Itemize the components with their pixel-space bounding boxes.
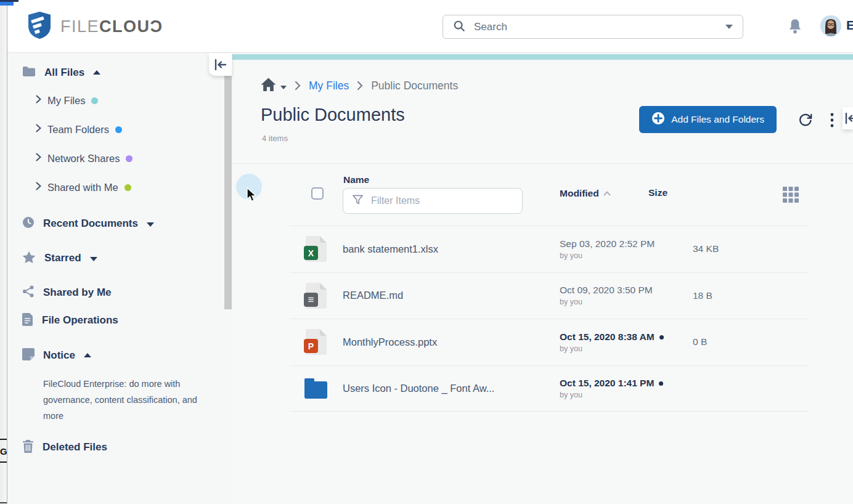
clock-icon [22,216,35,231]
sidebar-item-label: Recent Documents [43,217,138,230]
sidebar-item-label: File Operations [42,314,118,327]
share-icon [22,285,35,300]
sidebar-item-file-operations[interactable]: File Operations [7,312,222,329]
edge-line [0,461,7,463]
modified-header-label: Modified [560,188,599,199]
sidebar-item-starred[interactable]: Starred [7,250,222,267]
file-modified: Sep 03, 2020 2:52 PM [560,238,693,250]
sidebar-item-team-folders[interactable]: Team Folders [7,121,222,137]
sidebar-item-label: Network Shares [47,153,120,165]
chevron-right-icon [36,153,41,164]
column-header-modified[interactable]: Modified [560,187,611,200]
filecloud-logo[interactable]: FILECLOUƆ [27,11,163,42]
status-dot [91,97,98,104]
add-files-and-folders-button[interactable]: Add Files and Folders [639,106,777,133]
sidebar-scrollbar[interactable] [224,75,232,309]
user-avatar[interactable] [820,15,841,36]
top-bar: FILECLOUƆ [7,0,853,53]
file-modified: Oct 15, 2020 8:38 AM [560,331,693,343]
mouse-cursor [246,187,258,206]
search-scope-caret-icon[interactable] [725,25,733,29]
breadcrumb-chevron-icon [295,81,301,91]
sidebar-item-label: Deleted Files [43,441,107,453]
sidebar-item-label: Starred [44,252,81,264]
breadcrumb-link-my-files[interactable]: My Files [309,79,349,92]
refresh-icon[interactable] [798,112,814,128]
excel-file-icon: X [303,235,328,263]
search-icon [453,20,465,35]
table-row[interactable]: Users Icon - Duotone _ Font Aw... Oct 15… [290,365,809,412]
global-search [443,15,743,39]
caret-down-icon [90,257,97,261]
status-dot [124,184,131,191]
notice-banner-text: FileCloud Enterprise: do more with gover… [43,376,203,424]
filter-funnel-icon [352,194,364,208]
edge-line [0,439,7,440]
file-name[interactable]: Users Icon - Duotone _ Font Aw... [343,383,560,394]
sidebar-item-label: Shared with Me [47,182,118,193]
sidebar-item-label: All Files [44,67,84,79]
status-dot [126,155,133,162]
file-modified-by: by you [560,251,693,260]
sidebar-item-label: Shared by Me [43,287,112,299]
file-name[interactable]: README.md [343,290,560,301]
table-row[interactable]: P MonthlyProcess.pptx Oct 15, 2020 8:38 … [290,319,809,365]
table-row[interactable]: ≡ README.md Oct 09, 2020 3:50 PM by you … [290,272,809,319]
column-header-name[interactable]: Name [343,174,369,185]
file-size: 18 B [693,290,809,301]
sidebar: All Files My Files Team Folders Network … [7,53,232,504]
sidebar-item-recent-documents[interactable]: Recent Documents [7,215,222,232]
main-content: My Files Public Documents Public Documen… [232,53,853,504]
sidebar-item-my-files[interactable]: My Files [7,92,222,108]
breadcrumb: My Files Public Documents [261,76,458,95]
chevron-right-icon [36,182,41,193]
home-caret-icon[interactable] [280,86,287,89]
edge-blue-fragment [0,2,14,6]
table-row[interactable]: X bank statement1.xlsx Sep 03, 2020 2:52… [290,226,809,272]
logo-wordmark: FILECLOUƆ [60,17,163,36]
column-header-size[interactable]: Size [648,187,667,200]
sidebar-item-network-shares[interactable]: Network Shares [7,150,222,166]
search-input[interactable] [474,21,717,33]
item-count: 4 items [262,134,288,143]
notifications-bell-icon[interactable] [787,18,803,35]
plus-circle-icon [651,112,665,128]
sidebar-item-label: My Files [47,95,85,107]
file-modified: Oct 15, 2020 1:41 PM [560,378,693,389]
file-size: 34 KB [693,243,809,254]
file-rows: X bank statement1.xlsx Sep 03, 2020 2:52… [290,226,809,412]
file-name[interactable]: MonthlyProcess.pptx [343,336,560,348]
sidebar-item-shared-by-me[interactable]: Shared by Me [7,284,222,301]
select-all-checkbox[interactable] [311,187,324,200]
folder-icon [22,66,36,79]
caret-up-icon [84,353,91,357]
grid-view-icon[interactable] [782,186,799,203]
sidebar-item-notice[interactable]: Notice [7,347,222,364]
recent-change-dot [659,335,664,339]
document-icon [22,313,33,328]
chevron-right-icon [36,95,41,106]
file-name[interactable]: bank statement1.xlsx [343,243,560,255]
file-modified-by: by you [560,344,693,353]
sidebar-item-label: Notice [43,349,75,362]
panel-collapse-button[interactable] [843,107,853,129]
filter-items-input[interactable] [371,195,513,206]
recent-change-dot [659,381,663,386]
page-title: Public Documents [261,105,405,125]
sidebar-collapse-button[interactable] [209,53,232,76]
sidebar-item-deleted-files[interactable]: Deleted Files [7,439,222,456]
sidebar-item-all-files[interactable]: All Files [7,64,222,81]
markdown-file-icon: ≡ [303,282,328,310]
sidebar-item-shared-with-me[interactable]: Shared with Me [7,179,222,195]
divider [232,163,853,164]
user-name-partial: E [846,18,853,33]
filecloud-app: Gr FILECLOUƆ [0,0,853,504]
caret-up-icon [93,70,100,75]
status-dot [115,126,122,133]
upload-dropzone-bar [232,54,853,60]
file-modified-by: by you [560,391,693,399]
more-options-kebab-icon[interactable] [830,112,838,128]
home-icon[interactable] [261,78,276,94]
breadcrumb-chevron-icon [357,81,363,91]
star-icon [22,251,36,266]
